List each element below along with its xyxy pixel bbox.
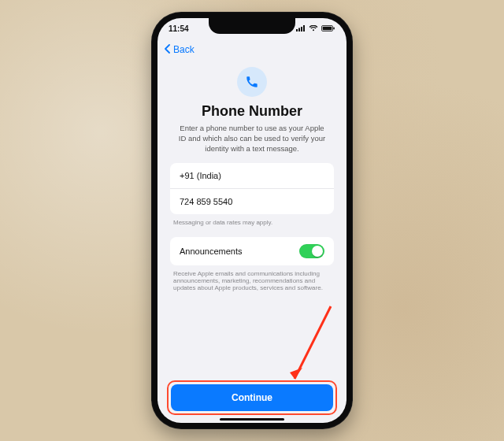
nav-bar: Back <box>158 39 346 61</box>
back-button[interactable]: Back <box>164 44 195 56</box>
svg-rect-0 <box>296 29 298 32</box>
svg-rect-1 <box>298 28 300 32</box>
svg-rect-6 <box>333 28 335 30</box>
content: Phone Number Enter a phone number to use… <box>158 61 346 380</box>
announcements-group: Announcements <box>170 237 334 265</box>
wifi-icon <box>309 24 318 33</box>
svg-rect-3 <box>303 25 305 32</box>
phone-number-field[interactable]: 724 859 5540 <box>170 188 334 214</box>
status-time: 11:54 <box>169 24 189 33</box>
iphone-device-frame: 11:54 Back <box>151 12 353 429</box>
page-subtitle: Enter a phone number to use as your Appl… <box>176 124 329 154</box>
phone-hero-icon <box>237 67 267 97</box>
signal-icon <box>296 25 306 32</box>
continue-button[interactable]: Continue <box>171 384 333 411</box>
rates-note: Messaging or data rates may apply. <box>173 219 331 226</box>
announcements-description: Receive Apple emails and communications … <box>173 270 331 291</box>
battery-icon <box>321 25 335 32</box>
page-title: Phone Number <box>202 103 302 120</box>
screen: 11:54 Back <box>158 18 346 423</box>
back-label: Back <box>173 44 195 55</box>
footer: Continue <box>158 380 346 423</box>
notch <box>209 18 295 34</box>
continue-highlight-annotation: Continue <box>167 380 337 415</box>
country-code-field[interactable]: +91 (India) <box>170 163 334 188</box>
phone-form-group: +91 (India) 724 859 5540 <box>170 163 334 214</box>
home-indicator[interactable] <box>220 418 284 421</box>
svg-rect-5 <box>323 27 332 31</box>
announcements-toggle[interactable] <box>299 244 324 258</box>
continue-label: Continue <box>232 392 272 403</box>
chevron-left-icon <box>164 44 172 56</box>
announcements-label: Announcements <box>180 246 243 256</box>
svg-rect-2 <box>301 27 302 32</box>
